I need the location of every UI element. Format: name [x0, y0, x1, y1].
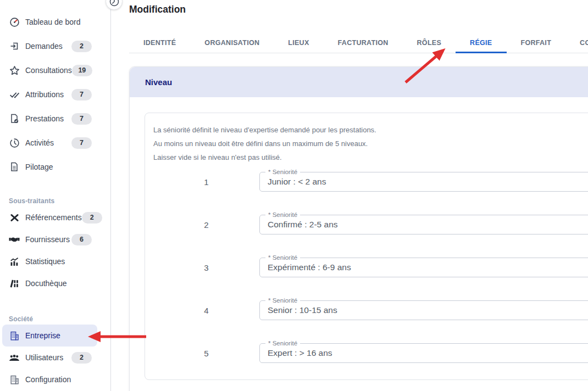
seniority-input-1[interactable] [260, 172, 588, 191]
seniority-input-3[interactable] [260, 258, 588, 277]
seniority-rows: 1 * Seniorité 2 * Seniorité [153, 172, 588, 363]
main-content: Modification IDENTITÉ ORGANISATION LIEUX… [112, 0, 588, 391]
seniority-input-5[interactable] [260, 344, 588, 362]
library-icon [9, 278, 20, 289]
field-label: * Seniorité [265, 254, 300, 262]
sidebar-item-label: Référencements [25, 213, 82, 222]
sidebar-item-consultations[interactable]: Consultations 19 [2, 58, 97, 82]
sidebar-item-label: Statistiques [25, 257, 65, 266]
app-window: Tableau de bord Demandes 2 Consultations… [0, 0, 588, 391]
niveau-panel: Niveau La séniorité définit le niveau d'… [129, 66, 588, 391]
tab-roles[interactable]: RÔLES [403, 33, 456, 53]
tab-lieux[interactable]: LIEUX [274, 33, 323, 53]
stats-icon [9, 256, 20, 267]
sidebar-item-fournisseurs[interactable]: Fournisseurs 6 [2, 228, 97, 250]
seniority-field-3: * Seniorité [259, 258, 588, 277]
level-number: 2 [153, 220, 259, 230]
sidebar-item-label: Tableau de bord [25, 18, 80, 26]
seniority-input-4[interactable] [260, 301, 588, 320]
sidebar-item-attributions[interactable]: Attributions 7 [2, 82, 97, 107]
sidebar-item-prestations[interactable]: Prestations 7 [2, 107, 97, 131]
document-icon [9, 161, 20, 172]
history-icon [9, 137, 20, 148]
seniority-card: La séniorité définit le niveau d'experti… [145, 113, 588, 380]
count-badge: 2 [71, 352, 92, 364]
sidebar-item-label: Demandes [25, 42, 63, 51]
seniority-field-5: * Seniorité [259, 343, 588, 363]
count-badge: 6 [71, 234, 92, 245]
seniority-description: La séniorité définit le niveau d'experti… [153, 123, 588, 164]
sidebar-item-pilotage[interactable]: Pilotage [2, 155, 97, 179]
sidebar-item-label: Prestations [25, 114, 64, 123]
building-icon [9, 374, 20, 385]
level-number: 4 [153, 306, 259, 315]
sidebar-item-configuration[interactable]: Configuration [2, 368, 97, 390]
panel-body: La séniorité définit le niveau d'experti… [130, 97, 588, 380]
sidebar-item-entreprise[interactable]: Entreprise [2, 325, 97, 347]
level-number: 1 [153, 177, 259, 187]
star-icon [9, 65, 20, 76]
sidebar-item-label: Fournisseurs [25, 235, 70, 244]
level-number: 5 [153, 349, 259, 358]
level-row-3: 3 * Seniorité [153, 258, 588, 277]
level-row-5: 5 * Seniorité [153, 343, 588, 363]
tab-regie[interactable]: RÉGIE [456, 33, 506, 53]
field-label: * Seniorité [265, 339, 300, 348]
count-badge: 2 [82, 212, 102, 224]
sidebar-item-docutheque[interactable]: Docuthèque [2, 272, 97, 294]
tab-identite[interactable]: IDENTITÉ [129, 33, 190, 53]
field-label: * Seniorité [265, 211, 300, 219]
page-title: Modification [129, 4, 588, 15]
seniority-field-2: * Seniorité [259, 215, 588, 234]
file-check-icon [9, 113, 20, 124]
sidebar-item-label: Pilotage [25, 163, 53, 171]
login-icon [9, 41, 20, 52]
count-badge: 19 [72, 65, 92, 76]
gauge-icon [9, 16, 20, 27]
level-row-2: 2 * Seniorité [153, 215, 588, 234]
sidebar-item-referencements[interactable]: Référencements 2 [2, 206, 97, 228]
field-label: * Seniorité [265, 168, 300, 176]
count-badge: 2 [71, 41, 92, 52]
seniority-field-4: * Seniorité [259, 300, 588, 320]
sidebar-item-label: Entreprise [25, 331, 60, 340]
tab-organisation[interactable]: ORGANISATION [190, 33, 274, 53]
level-number: 3 [153, 263, 259, 272]
count-badge: 7 [71, 89, 92, 100]
description-line: Au moins un niveau doit être défini dans… [153, 137, 588, 150]
tab-facturation[interactable]: FACTURATION [324, 33, 403, 53]
sidebar-item-utilisateurs[interactable]: Utilisateurs 2 [2, 347, 97, 368]
sidebar-item-label: Attributions [25, 90, 64, 99]
sidebar-item-label: Consultations [25, 66, 72, 75]
level-row-1: 1 * Seniorité [153, 172, 588, 192]
double-check-icon [9, 89, 20, 100]
description-line: Laisser vide si le niveau n'est pas util… [153, 150, 588, 164]
section-header-sous-traitants: Sous-traitants [9, 196, 110, 206]
description-line: La séniorité définit le niveau d'experti… [153, 123, 588, 137]
count-badge: 7 [71, 113, 92, 125]
sidebar-item-statistiques[interactable]: Statistiques [2, 250, 97, 272]
building-icon [9, 330, 20, 341]
hub-icon [9, 212, 20, 223]
history-clock-icon [109, 0, 120, 7]
seniority-field-1: * Seniorité [259, 172, 588, 192]
seniority-input-2[interactable] [260, 215, 588, 234]
level-row-4: 4 * Seniorité [153, 300, 588, 320]
sidebar-item-tableau-de-bord[interactable]: Tableau de bord [2, 10, 97, 34]
sidebar-nav: Tableau de bord Demandes 2 Consultations… [0, 0, 110, 390]
section-header-societe: Société [9, 314, 110, 325]
tab-contrat[interactable]: CONTRAT [565, 33, 588, 53]
sidebar: Tableau de bord Demandes 2 Consultations… [0, 0, 111, 391]
tab-bar: IDENTITÉ ORGANISATION LIEUX FACTURATION … [129, 33, 588, 53]
sidebar-item-demandes[interactable]: Demandes 2 [2, 34, 97, 58]
field-label: * Seniorité [265, 297, 300, 305]
sidebar-item-label: Activités [25, 138, 54, 147]
tab-forfait[interactable]: FORFAIT [507, 33, 566, 53]
sidebar-item-activites[interactable]: Activités 7 [2, 131, 97, 155]
panel-title: Niveau [130, 67, 588, 97]
sidebar-item-label: Configuration [25, 375, 71, 384]
sidebar-item-label: Docuthèque [25, 279, 67, 288]
handshake-icon [9, 234, 20, 245]
sidebar-item-label: Utilisateurs [25, 353, 63, 362]
count-badge: 7 [71, 137, 92, 149]
